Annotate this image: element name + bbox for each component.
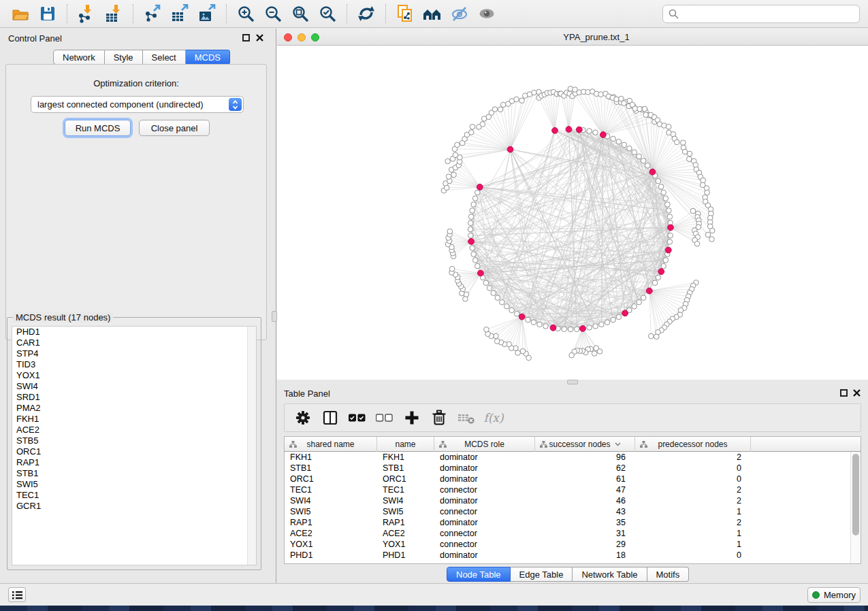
cell-successor-nodes[interactable]: 31 bbox=[535, 529, 635, 538]
cell-MCDS-role[interactable]: connector bbox=[434, 485, 535, 495]
result-node[interactable]: ACE2 bbox=[12, 425, 256, 435]
result-node[interactable]: STB5 bbox=[12, 435, 256, 446]
network-node[interactable] bbox=[569, 352, 575, 358]
network-node[interactable] bbox=[500, 102, 506, 108]
cell-shared-name[interactable]: SWI4 bbox=[285, 496, 377, 506]
tab-motifs[interactable]: Motifs bbox=[647, 567, 690, 582]
tab-style[interactable]: Style bbox=[105, 50, 143, 65]
window-close-icon[interactable] bbox=[284, 33, 292, 42]
import-network-button[interactable] bbox=[75, 3, 98, 24]
zoom-fit-button[interactable] bbox=[289, 3, 312, 24]
table-row[interactable]: RAP1RAP1dominator352 bbox=[285, 517, 850, 528]
float-panel-icon[interactable] bbox=[840, 389, 848, 397]
network-node[interactable] bbox=[475, 263, 481, 269]
column-header-shared-name[interactable]: shared name bbox=[285, 437, 377, 452]
network-node[interactable] bbox=[449, 266, 455, 271]
tab-select[interactable]: Select bbox=[143, 50, 186, 65]
network-hub-node[interactable] bbox=[550, 325, 556, 331]
network-node[interactable] bbox=[663, 258, 669, 263]
network-node[interactable] bbox=[668, 233, 673, 238]
result-node[interactable]: STP4 bbox=[12, 348, 256, 359]
network-node[interactable] bbox=[663, 196, 669, 201]
network-hub-node[interactable] bbox=[468, 239, 475, 245]
cell-name[interactable]: YOX1 bbox=[377, 540, 434, 549]
export-image-button[interactable] bbox=[195, 3, 219, 24]
network-node[interactable] bbox=[470, 208, 475, 214]
network-node[interactable] bbox=[447, 229, 453, 234]
network-node[interactable] bbox=[605, 320, 610, 325]
network-node[interactable] bbox=[494, 333, 499, 339]
cell-predecessor-nodes[interactable]: 1 bbox=[635, 540, 751, 549]
result-node[interactable]: PHD1 bbox=[12, 327, 256, 337]
network-node[interactable] bbox=[641, 295, 646, 301]
network-hub-node[interactable] bbox=[576, 127, 582, 133]
network-node[interactable] bbox=[519, 98, 525, 103]
cell-predecessor-nodes[interactable]: 0 bbox=[635, 474, 751, 484]
network-node[interactable] bbox=[666, 124, 671, 129]
network-node[interactable] bbox=[709, 237, 715, 242]
network-node[interactable] bbox=[514, 311, 519, 316]
cell-successor-nodes[interactable]: 43 bbox=[535, 507, 635, 516]
show-columns-button[interactable] bbox=[321, 409, 339, 427]
network-node[interactable] bbox=[562, 327, 567, 332]
float-panel-icon[interactable] bbox=[242, 34, 250, 42]
network-node[interactable] bbox=[484, 327, 489, 333]
cell-name[interactable]: SWI5 bbox=[377, 507, 434, 516]
network-node[interactable] bbox=[666, 208, 672, 214]
cell-name[interactable]: FKH1 bbox=[377, 452, 434, 462]
network-hub-node[interactable] bbox=[477, 184, 483, 190]
cell-name[interactable]: STB1 bbox=[377, 463, 434, 473]
zoom-in-button[interactable] bbox=[234, 3, 257, 24]
network-node[interactable] bbox=[494, 339, 500, 344]
network-node[interactable] bbox=[491, 291, 496, 296]
vertical-splitter[interactable] bbox=[272, 29, 276, 583]
network-node[interactable] bbox=[498, 107, 503, 112]
network-node[interactable] bbox=[470, 125, 475, 130]
network-node[interactable] bbox=[470, 246, 475, 251]
cell-successor-nodes[interactable]: 46 bbox=[535, 496, 635, 506]
network-node[interactable] bbox=[574, 327, 579, 332]
network-node[interactable] bbox=[637, 154, 642, 159]
table-settings-button[interactable] bbox=[294, 409, 312, 427]
network-node[interactable] bbox=[674, 139, 679, 145]
network-node[interactable] bbox=[661, 190, 666, 195]
cell-shared-name[interactable]: PHD1 bbox=[285, 550, 377, 560]
network-node[interactable] bbox=[568, 327, 573, 332]
column-header-successor-nodes[interactable]: successor nodes bbox=[535, 437, 635, 452]
network-hub-node[interactable] bbox=[519, 314, 525, 320]
cell-name[interactable]: SWI4 bbox=[377, 496, 434, 506]
mcds-result-list[interactable]: PHD1CAR1STP4TID3YOX1SWI4SRD1PMA2FKH1ACE2… bbox=[12, 326, 257, 565]
table-row[interactable]: YOX1YOX1connector291 bbox=[285, 539, 850, 550]
cell-shared-name[interactable]: ORC1 bbox=[285, 474, 377, 484]
network-node[interactable] bbox=[445, 159, 451, 164]
network-hub-node[interactable] bbox=[622, 310, 628, 316]
result-node[interactable]: STB1 bbox=[12, 468, 256, 479]
splitter-grip[interactable] bbox=[567, 380, 578, 384]
network-node[interactable] bbox=[468, 130, 474, 135]
network-node[interactable] bbox=[587, 325, 592, 331]
new-network-from-selection-button[interactable] bbox=[393, 3, 417, 24]
cell-name[interactable]: ACE2 bbox=[377, 529, 434, 538]
table-row[interactable]: TEC1TEC1connector472 bbox=[285, 484, 850, 495]
network-hub-node[interactable] bbox=[580, 326, 586, 332]
network-node[interactable] bbox=[587, 129, 592, 134]
cell-MCDS-role[interactable]: dominator bbox=[434, 496, 535, 506]
network-hub-node[interactable] bbox=[566, 127, 572, 133]
select-all-button[interactable] bbox=[349, 409, 366, 427]
network-node[interactable] bbox=[667, 240, 673, 245]
network-node[interactable] bbox=[661, 263, 666, 269]
column-header-predecessor-nodes[interactable]: predecessor nodes bbox=[635, 437, 751, 452]
network-node[interactable] bbox=[622, 101, 627, 106]
network-hub-node[interactable] bbox=[507, 146, 513, 152]
zoom-out-button[interactable] bbox=[261, 3, 285, 24]
network-node[interactable] bbox=[642, 106, 647, 112]
network-node[interactable] bbox=[451, 172, 457, 178]
cell-predecessor-nodes[interactable]: 2 bbox=[635, 518, 751, 527]
network-node[interactable] bbox=[537, 322, 543, 327]
result-node[interactable]: FKH1 bbox=[12, 414, 256, 425]
tab-network[interactable]: Network bbox=[53, 50, 105, 65]
network-node[interactable] bbox=[643, 112, 649, 118]
save-session-button[interactable] bbox=[36, 3, 59, 24]
network-node[interactable] bbox=[627, 146, 632, 151]
network-node[interactable] bbox=[705, 232, 711, 237]
